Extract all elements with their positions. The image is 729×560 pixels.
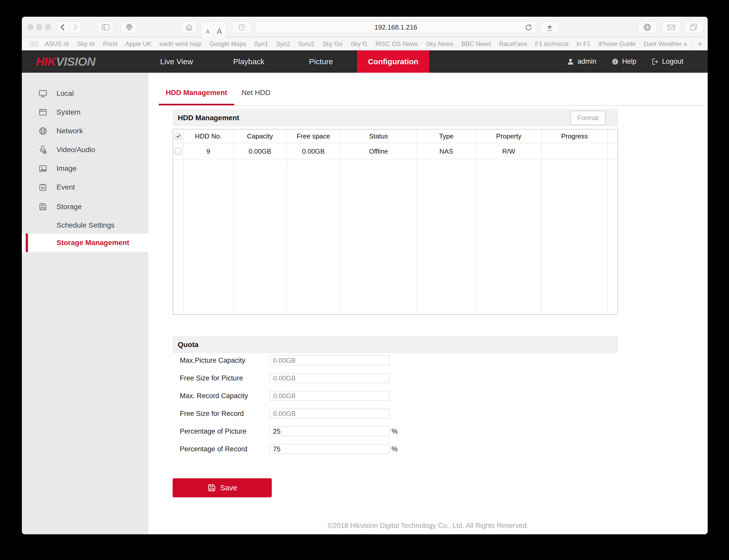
bookmark-item[interactable]: Pond xyxy=(103,40,117,48)
checkmark-icon xyxy=(175,133,181,139)
printer-icon xyxy=(125,23,134,32)
max-picture-capacity-field[interactable] xyxy=(270,356,389,365)
row-checkbox[interactable] xyxy=(175,148,182,155)
close-window-button[interactable] xyxy=(27,24,33,30)
reload-button[interactable] xyxy=(525,23,533,32)
pin-bookmark-button[interactable] xyxy=(540,21,559,33)
percentage-picture-field[interactable] xyxy=(270,426,389,436)
clock-icon xyxy=(237,23,246,32)
sidebar-item-system[interactable]: System xyxy=(22,103,148,122)
url-text: 192.168.1.216 xyxy=(375,23,417,31)
col-type: Type xyxy=(417,129,476,143)
bookmark-item[interactable]: Syn2 xyxy=(276,40,290,48)
cell-status: Offline xyxy=(340,143,417,160)
bookmark-item[interactable]: Sky Go xyxy=(322,40,342,48)
home-button[interactable] xyxy=(181,21,197,33)
cell-free-space: 0.00GB xyxy=(287,143,340,160)
bookmarks-overflow-button[interactable]: » xyxy=(678,40,693,48)
sidebar-label: Local xyxy=(57,89,74,98)
field-label: Max.Picture Capacity xyxy=(180,356,245,365)
app-header: HIKVISION Live View Playback Picture Con… xyxy=(22,50,708,73)
col-free-space: Free space xyxy=(287,129,340,143)
logout-icon xyxy=(651,58,659,66)
tab-hdd-management[interactable]: HDD Management xyxy=(166,89,227,102)
bookmark-item[interactable]: Sky rtr xyxy=(77,40,95,48)
sidebar-item-storage-management[interactable]: Storage Management xyxy=(22,234,148,252)
percentage-record-field[interactable] xyxy=(270,444,389,454)
free-size-record-field[interactable] xyxy=(270,409,389,418)
bookmark-item[interactable]: Google Maps xyxy=(210,40,246,48)
bookmark-item[interactable]: RaceFans xyxy=(499,40,527,48)
minimize-window-button[interactable] xyxy=(36,24,42,30)
logout-button[interactable]: Logout xyxy=(651,58,683,66)
history-button[interactable] xyxy=(232,21,251,33)
sidebar-label: Event xyxy=(57,183,75,191)
globe-icon xyxy=(39,127,47,135)
hdd-section-title: HDD Management xyxy=(178,114,239,122)
bookmark-item[interactable]: BBC News xyxy=(461,40,491,48)
bookmark-item[interactable]: Surv2 xyxy=(298,40,314,48)
share-mail-button[interactable] xyxy=(662,21,680,33)
zoom-window-button[interactable] xyxy=(45,24,51,30)
bookmark-item[interactable]: Dark Weather xyxy=(644,40,682,48)
bookmark-item[interactable]: earth wind map xyxy=(159,40,201,48)
new-tab-button[interactable]: + xyxy=(693,39,708,49)
sidebar-item-storage[interactable]: Storage xyxy=(22,198,148,216)
tab-net-hdd[interactable]: Net HDD xyxy=(242,89,270,102)
free-size-picture-field[interactable] xyxy=(270,373,389,383)
sidebar-label: Storage xyxy=(57,203,82,211)
quota-row-percentage-picture: Percentage of Picture % xyxy=(173,426,618,436)
bookmark-item[interactable]: F1 technical xyxy=(535,40,568,48)
info-icon: i xyxy=(611,58,619,66)
bookmark-item[interactable]: RISC OS News xyxy=(376,40,418,48)
nav-picture[interactable]: Picture xyxy=(285,50,357,73)
chevron-right-icon xyxy=(70,23,79,32)
bookmark-item[interactable]: Apple UK xyxy=(125,40,151,48)
downloads-button[interactable] xyxy=(638,21,657,33)
picture-icon xyxy=(39,164,47,173)
sidebar-item-schedule-settings[interactable]: Schedule Settings xyxy=(22,216,148,235)
calendar-icon xyxy=(39,183,47,192)
field-label: Percentage of Picture xyxy=(180,426,247,436)
tab-row: HDD Management Net HDD xyxy=(166,89,270,102)
sidebar-item-local[interactable]: Local xyxy=(22,84,148,103)
bookmark-item[interactable]: Sky f1 xyxy=(350,40,368,48)
bookmark-item[interactable]: Sky News xyxy=(426,40,453,48)
help-button[interactable]: i Help xyxy=(611,58,637,66)
sidebar-item-event[interactable]: Event xyxy=(22,178,148,197)
format-button[interactable]: Format xyxy=(570,111,606,125)
browser-toolbar: A A 192.168.1.216 xyxy=(22,17,708,38)
bookmark-item[interactable]: ASUS rtr xyxy=(45,40,69,48)
nav-live-view[interactable]: Live View xyxy=(141,50,213,73)
user-menu[interactable]: admin xyxy=(567,58,596,66)
font-larger-label[interactable]: A xyxy=(213,27,225,36)
floppy-icon xyxy=(39,202,47,211)
select-all-checkbox[interactable] xyxy=(175,133,182,140)
forward-button[interactable] xyxy=(69,21,81,33)
browser-window: A A 192.168.1.216 xyxy=(22,17,708,534)
quota-row-free-size-record: Free Size for Record xyxy=(173,409,618,418)
hikvision-logo: HIKVISION xyxy=(36,50,95,73)
max-record-capacity-field[interactable] xyxy=(270,391,389,401)
bookmark-item[interactable]: In F1 xyxy=(576,40,591,48)
show-all-tabs-button[interactable] xyxy=(684,21,703,33)
sidebar-item-network[interactable]: Network xyxy=(22,122,148,140)
bookmarks-grid-icon[interactable] xyxy=(30,41,38,47)
sidebar-item-video-audio[interactable]: Video/Audio xyxy=(22,141,148,159)
back-button[interactable] xyxy=(57,21,69,33)
user-name: admin xyxy=(577,58,596,66)
print-button[interactable] xyxy=(121,21,137,33)
nav-configuration[interactable]: Configuration xyxy=(357,50,429,73)
bookmark-item[interactable]: Syn1 xyxy=(254,40,268,48)
save-button[interactable]: Save xyxy=(173,478,272,497)
sidebar-toggle-button[interactable] xyxy=(98,21,114,33)
save-label: Save xyxy=(220,484,237,492)
sidebar-item-image[interactable]: Image xyxy=(22,159,148,178)
field-label: Free Size for Record xyxy=(180,409,244,418)
bookmark-item[interactable]: iPhone Guide xyxy=(598,40,635,48)
address-bar[interactable]: 192.168.1.216 xyxy=(256,21,536,33)
cell-type: NAS xyxy=(417,143,476,160)
col-progress: Progress xyxy=(542,129,607,143)
font-smaller-label[interactable]: A xyxy=(202,28,213,35)
nav-playback[interactable]: Playback xyxy=(213,50,285,73)
